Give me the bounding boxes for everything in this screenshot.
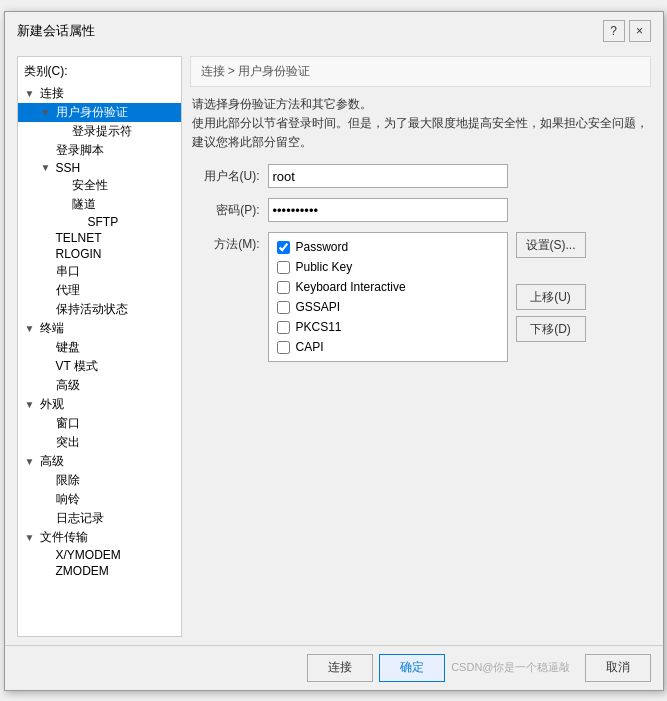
method-checkbox-capi[interactable] bbox=[277, 341, 290, 354]
tree-label-login-script: 登录脚本 bbox=[54, 142, 104, 159]
tree-label-log: 日志记录 bbox=[54, 510, 104, 527]
method-item-publickey[interactable]: Public Key bbox=[269, 257, 507, 277]
tree-label-ssh: SSH bbox=[54, 161, 81, 175]
method-checkbox-password[interactable] bbox=[277, 241, 290, 254]
method-label-capi: CAPI bbox=[296, 340, 324, 354]
tree-container: ▼连接▼用户身份验证登录提示符登录脚本▼SSH安全性隧道SFTPTELNETRL… bbox=[18, 84, 181, 579]
down-button[interactable]: 下移(D) bbox=[516, 316, 586, 342]
password-input[interactable] bbox=[268, 198, 508, 222]
tree-item-filetransfer[interactable]: ▼文件传输 bbox=[18, 528, 181, 547]
method-checkbox-gssapi[interactable] bbox=[277, 301, 290, 314]
tree-label-keepalive: 保持活动状态 bbox=[54, 301, 128, 318]
method-list-container: PasswordPublic KeyKeyboard InteractiveGS… bbox=[268, 232, 586, 362]
tree-item-ssh[interactable]: ▼SSH bbox=[18, 160, 181, 176]
username-input[interactable] bbox=[268, 164, 508, 188]
tree-item-sftp[interactable]: SFTP bbox=[18, 214, 181, 230]
method-checkbox-keyboard[interactable] bbox=[277, 281, 290, 294]
desc-line1: 请选择身份验证方法和其它参数。 bbox=[192, 95, 649, 114]
tree-item-serial[interactable]: 串口 bbox=[18, 262, 181, 281]
tree-item-rlogin[interactable]: RLOGIN bbox=[18, 246, 181, 262]
tree-item-log[interactable]: 日志记录 bbox=[18, 509, 181, 528]
tree-label-zmodem: ZMODEM bbox=[54, 564, 109, 578]
method-buttons: 设置(S)... 上移(U) 下移(D) bbox=[516, 232, 586, 342]
method-list: PasswordPublic KeyKeyboard InteractiveGS… bbox=[268, 232, 508, 362]
tree-item-tunnel[interactable]: 隧道 bbox=[18, 195, 181, 214]
dialog-title: 新建会话属性 bbox=[17, 22, 95, 40]
method-label-pkcs11: PKCS11 bbox=[296, 320, 342, 334]
method-label-gssapi: GSSAPI bbox=[296, 300, 341, 314]
tree-label-advanced: 高级 bbox=[54, 377, 80, 394]
tree-label-serial: 串口 bbox=[54, 263, 80, 280]
tree-label-highlight: 突出 bbox=[54, 434, 80, 451]
dialog-body: 类别(C): ▼连接▼用户身份验证登录提示符登录脚本▼SSH安全性隧道SFTPT… bbox=[5, 48, 663, 645]
close-button[interactable]: × bbox=[629, 20, 651, 42]
tree-expander-advanced2: ▼ bbox=[22, 456, 38, 467]
tree-item-keyboard[interactable]: 键盘 bbox=[18, 338, 181, 357]
method-label-password: Password bbox=[296, 240, 349, 254]
tree-expander-user-auth: ▼ bbox=[38, 107, 54, 118]
method-item-password[interactable]: Password bbox=[269, 237, 507, 257]
help-button[interactable]: ? bbox=[603, 20, 625, 42]
method-item-keyboard[interactable]: Keyboard Interactive bbox=[269, 277, 507, 297]
watermark-text: CSDN@你是一个稳逼敲 bbox=[451, 660, 570, 675]
tree-label-vt-mode: VT 模式 bbox=[54, 358, 98, 375]
method-label-publickey: Public Key bbox=[296, 260, 353, 274]
tree-item-user-auth[interactable]: ▼用户身份验证 bbox=[18, 103, 181, 122]
tree-label-security: 安全性 bbox=[70, 177, 108, 194]
tree-expander-filetransfer: ▼ bbox=[22, 532, 38, 543]
tree-item-login-script[interactable]: 登录脚本 bbox=[18, 141, 181, 160]
tree-expander-ssh: ▼ bbox=[38, 162, 54, 173]
tree-item-appearance[interactable]: ▼外观 bbox=[18, 395, 181, 414]
confirm-button[interactable]: 确定 bbox=[379, 654, 445, 682]
tree-label-sftp: SFTP bbox=[86, 215, 119, 229]
tree-label-tunnel: 隧道 bbox=[70, 196, 96, 213]
tree-item-limit[interactable]: 限除 bbox=[18, 471, 181, 490]
tree-expander-terminal: ▼ bbox=[22, 323, 38, 334]
tree-label-terminal: 终端 bbox=[38, 320, 64, 337]
username-row: 用户名(U): bbox=[190, 164, 651, 188]
tree-item-zmodem[interactable]: ZMODEM bbox=[18, 563, 181, 579]
tree-label-telnet: TELNET bbox=[54, 231, 102, 245]
password-row: 密码(P): bbox=[190, 198, 651, 222]
password-label: 密码(P): bbox=[190, 202, 260, 219]
tree-item-xymodem[interactable]: X/YMODEM bbox=[18, 547, 181, 563]
tree-label-filetransfer: 文件传输 bbox=[38, 529, 88, 546]
up-button[interactable]: 上移(U) bbox=[516, 284, 586, 310]
category-label: 类别(C): bbox=[18, 61, 181, 84]
method-checkbox-publickey[interactable] bbox=[277, 261, 290, 274]
content-panel: 连接 > 用户身份验证 请选择身份验证方法和其它参数。 使用此部分以节省登录时间… bbox=[190, 56, 651, 637]
tree-item-highlight[interactable]: 突出 bbox=[18, 433, 181, 452]
cancel-button[interactable]: 取消 bbox=[585, 654, 651, 682]
dialog-window: 新建会话属性 ? × 类别(C): ▼连接▼用户身份验证登录提示符登录脚本▼SS… bbox=[4, 11, 664, 691]
title-bar: 新建会话属性 ? × bbox=[5, 12, 663, 48]
tree-label-window: 窗口 bbox=[54, 415, 80, 432]
tree-item-advanced[interactable]: 高级 bbox=[18, 376, 181, 395]
settings-button[interactable]: 设置(S)... bbox=[516, 232, 586, 258]
method-checkbox-pkcs11[interactable] bbox=[277, 321, 290, 334]
tree-item-advanced2[interactable]: ▼高级 bbox=[18, 452, 181, 471]
tree-item-connection[interactable]: ▼连接 bbox=[18, 84, 181, 103]
tree-item-bell[interactable]: 响铃 bbox=[18, 490, 181, 509]
method-item-pkcs11[interactable]: PKCS11 bbox=[269, 317, 507, 337]
method-item-gssapi[interactable]: GSSAPI bbox=[269, 297, 507, 317]
tree-item-terminal[interactable]: ▼终端 bbox=[18, 319, 181, 338]
tree-label-proxy: 代理 bbox=[54, 282, 80, 299]
tree-label-bell: 响铃 bbox=[54, 491, 80, 508]
desc-line2: 使用此部分以节省登录时间。但是，为了最大限度地提高安全性，如果担心安全问题， bbox=[192, 114, 649, 133]
desc-line3: 建议您将此部分留空。 bbox=[192, 133, 649, 152]
tree-label-xymodem: X/YMODEM bbox=[54, 548, 121, 562]
method-item-capi[interactable]: CAPI bbox=[269, 337, 507, 357]
tree-item-window[interactable]: 窗口 bbox=[18, 414, 181, 433]
tree-item-proxy[interactable]: 代理 bbox=[18, 281, 181, 300]
method-row: 方法(M): PasswordPublic KeyKeyboard Intera… bbox=[190, 232, 651, 362]
tree-item-vt-mode[interactable]: VT 模式 bbox=[18, 357, 181, 376]
tree-label-user-auth: 用户身份验证 bbox=[54, 104, 128, 121]
tree-item-security[interactable]: 安全性 bbox=[18, 176, 181, 195]
connect-button[interactable]: 连接 bbox=[307, 654, 373, 682]
tree-item-keepalive[interactable]: 保持活动状态 bbox=[18, 300, 181, 319]
tree-label-keyboard: 键盘 bbox=[54, 339, 80, 356]
tree-label-advanced2: 高级 bbox=[38, 453, 64, 470]
tree-item-telnet[interactable]: TELNET bbox=[18, 230, 181, 246]
tree-item-login-prompt[interactable]: 登录提示符 bbox=[18, 122, 181, 141]
description-box: 请选择身份验证方法和其它参数。 使用此部分以节省登录时间。但是，为了最大限度地提… bbox=[190, 95, 651, 153]
